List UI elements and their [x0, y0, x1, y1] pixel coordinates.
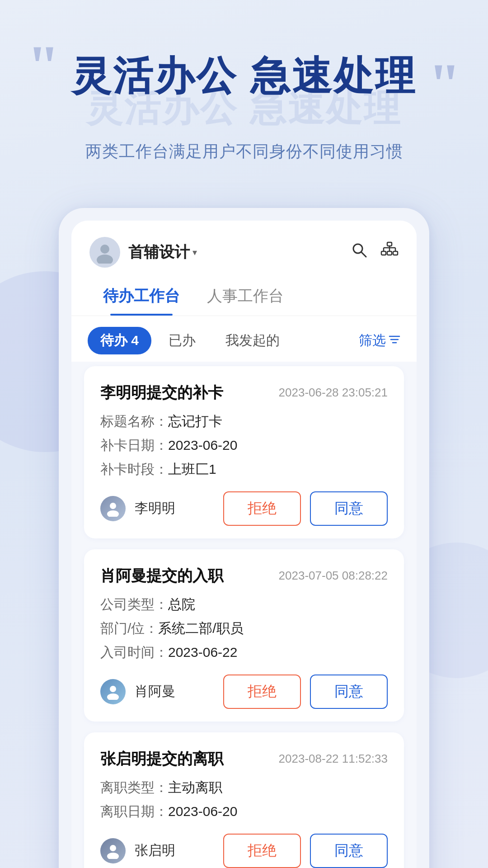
card-header-1: 李明明提交的补卡 2023-06-28 23:05:21 [100, 382, 388, 403]
reject-button-2[interactable]: 拒绝 [223, 675, 301, 709]
tab-hr-work[interactable]: 人事工作台 [193, 277, 297, 316]
card-field-3-0: 离职类型：主动离职 [100, 778, 388, 797]
svg-point-0 [100, 245, 109, 254]
field-value: 忘记打卡 [168, 414, 222, 429]
search-icon[interactable] [351, 241, 368, 263]
field-label: 补卡日期： [100, 438, 168, 453]
card-field-1-1: 补卡日期：2023-06-20 [100, 436, 388, 455]
svg-rect-7 [393, 251, 398, 255]
card-actions-3: 拒绝 同意 [223, 834, 388, 868]
svg-rect-6 [387, 251, 392, 255]
approve-button-3[interactable]: 同意 [310, 834, 388, 868]
field-value: 2023-06-20 [168, 804, 237, 819]
svg-point-18 [110, 686, 116, 692]
task-list: 李明明提交的补卡 2023-06-28 23:05:21 标题名称：忘记打卡 补… [71, 362, 417, 868]
table-row: 肖阿曼提交的入职 2023-07-05 08:28:22 公司类型：总院 部门/… [84, 549, 404, 722]
user-name-3: 张启明 [135, 841, 175, 860]
card-header-2: 肖阿曼提交的入职 2023-07-05 08:28:22 [100, 566, 388, 586]
card-field-3-1: 离职日期：2023-06-20 [100, 802, 388, 821]
tab-pending-work[interactable]: 待办工作台 [89, 277, 193, 316]
user-avatar-1 [100, 496, 126, 521]
svg-rect-5 [381, 251, 386, 255]
subtitle: 两类工作台满足用户不同身份不同使用习惯 [36, 141, 452, 163]
org-chart-icon[interactable] [380, 241, 399, 263]
field-value: 2023-06-22 [168, 645, 237, 660]
card-actions-2: 拒绝 同意 [223, 675, 388, 709]
header-section: " " 灵活办公 急速处理 灵活办公 急速处理 两类工作台满足用户不同身份不同使… [0, 0, 488, 190]
svg-line-3 [361, 252, 366, 257]
card-time-2: 2023-07-05 08:28:22 [279, 569, 388, 583]
field-value: 系统二部/职员 [158, 621, 243, 636]
company-name[interactable]: 首辅设计 [128, 242, 190, 263]
user-name-1: 李明明 [135, 499, 175, 518]
svg-point-16 [110, 503, 116, 509]
svg-point-21 [107, 853, 119, 859]
sub-tab-initiated[interactable]: 我发起的 [213, 327, 292, 354]
field-label: 离职类型： [100, 780, 168, 795]
approve-button-2[interactable]: 同意 [310, 675, 388, 709]
sub-tabs: 待办 4 已办 我发起的 筛选 [71, 316, 417, 362]
svg-point-17 [107, 510, 119, 517]
card-title-1: 李明明提交的补卡 [100, 382, 223, 403]
field-value: 上班匚1 [168, 462, 216, 476]
filter-label: 筛选 [359, 331, 386, 350]
table-row: 张启明提交的离职 2023-08-22 11:52:33 离职类型：主动离职 离… [84, 732, 404, 868]
card-field-1-0: 标题名称：忘记打卡 [100, 412, 388, 431]
reject-button-3[interactable]: 拒绝 [223, 834, 301, 868]
card-time-1: 2023-06-28 23:05:21 [279, 386, 388, 400]
card-header-3: 张启明提交的离职 2023-08-22 11:52:33 [100, 749, 388, 769]
sub-tab-done[interactable]: 已办 [156, 327, 208, 354]
filter-icon [389, 334, 400, 348]
user-avatar-2 [100, 679, 126, 704]
user-avatar-3 [100, 838, 126, 863]
card-title-2: 肖阿曼提交的入职 [100, 566, 223, 586]
svg-point-20 [110, 845, 116, 851]
field-value: 总院 [168, 597, 195, 612]
card-field-2-0: 公司类型：总院 [100, 595, 388, 614]
table-row: 李明明提交的补卡 2023-06-28 23:05:21 标题名称：忘记打卡 补… [84, 366, 404, 538]
svg-rect-4 [387, 242, 392, 246]
approve-button-1[interactable]: 同意 [310, 491, 388, 526]
field-value: 主动离职 [168, 780, 222, 795]
card-time-3: 2023-08-22 11:52:33 [279, 752, 388, 766]
field-label: 入司时间： [100, 645, 168, 660]
chevron-down-icon[interactable]: ▾ [192, 247, 197, 258]
user-name-2: 肖阿曼 [135, 682, 175, 701]
filter-button[interactable]: 筛选 [359, 331, 400, 350]
card-footer-3: 张启明 拒绝 同意 [100, 834, 388, 868]
card-actions-1: 拒绝 同意 [223, 491, 388, 526]
field-value: 2023-06-20 [168, 438, 237, 453]
card-field-1-2: 补卡时段：上班匚1 [100, 460, 388, 479]
avatar [89, 237, 120, 268]
field-label: 公司类型： [100, 597, 168, 612]
field-label: 离职日期： [100, 804, 168, 819]
svg-point-1 [97, 255, 113, 264]
field-label: 补卡时段： [100, 462, 168, 476]
reject-button-1[interactable]: 拒绝 [223, 491, 301, 526]
phone-frame: 首辅设计 ▾ [59, 208, 429, 868]
user-default-icon [94, 241, 116, 264]
main-tabs: 待办工作台 人事工作台 [71, 277, 417, 316]
field-label: 标题名称： [100, 414, 168, 429]
field-label: 部门/位： [100, 621, 158, 636]
sub-tab-pending[interactable]: 待办 4 [88, 327, 151, 354]
card-field-2-1: 部门/位：系统二部/职员 [100, 619, 388, 638]
card-title-3: 张启明提交的离职 [100, 749, 223, 769]
main-title: 灵活办公 急速处理 [36, 54, 452, 98]
svg-point-19 [107, 693, 119, 700]
card-footer-2: 肖阿曼 拒绝 同意 [100, 675, 388, 709]
app-header: 首辅设计 ▾ [71, 221, 417, 277]
header-right [351, 241, 399, 263]
card-footer-1: 李明明 拒绝 同意 [100, 491, 388, 526]
app-content: 首辅设计 ▾ [71, 221, 417, 868]
card-field-2-2: 入司时间：2023-06-22 [100, 643, 388, 662]
